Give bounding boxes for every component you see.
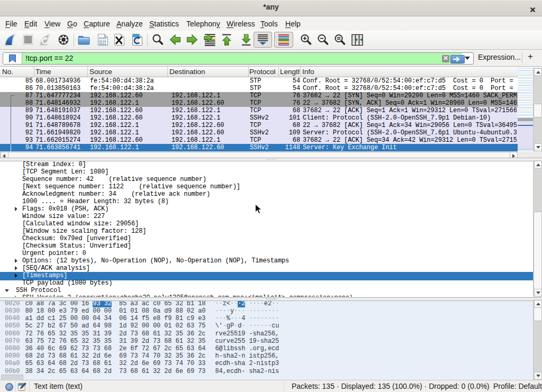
svg-text:0011: 0011 [99, 42, 106, 46]
